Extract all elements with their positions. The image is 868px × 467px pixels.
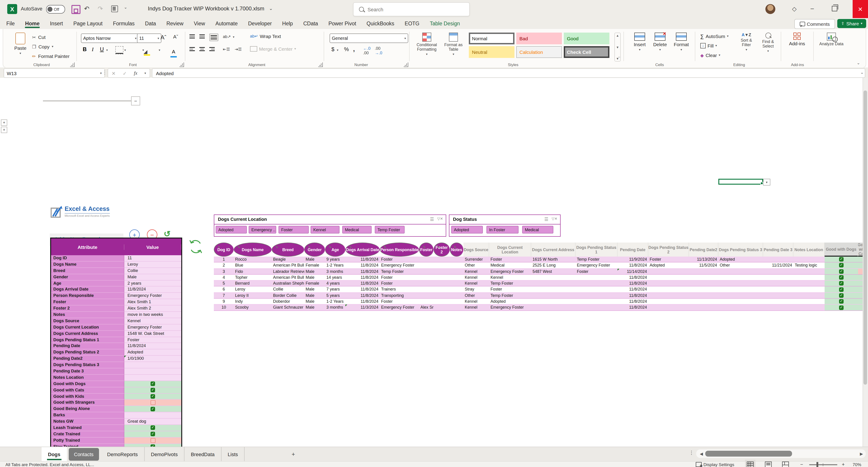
font-size-select[interactable]: 11▾: [137, 33, 161, 43]
checkbox-checked-icon[interactable]: ✓: [151, 394, 155, 399]
col-header-notes[interactable]: Notes: [450, 242, 463, 257]
cell[interactable]: [576, 275, 618, 281]
cell[interactable]: Emergency Foster: [380, 263, 419, 269]
col-header-age[interactable]: Age: [325, 242, 345, 257]
col-header-dogs-pending-status-2[interactable]: Dogs Pending Status 2: [648, 242, 689, 257]
wrap-text-button[interactable]: ab↵Wrap Text: [250, 33, 281, 39]
name-box[interactable]: W13▾: [4, 68, 105, 78]
col-header-foster-2[interactable]: Foster 2: [434, 242, 450, 257]
insert-cells-button[interactable]: Insert▾: [631, 33, 649, 52]
cell[interactable]: [794, 269, 825, 275]
cell[interactable]: 11/8/2024: [618, 275, 648, 281]
tab-page-layout[interactable]: Page Layout: [73, 21, 103, 26]
cell[interactable]: 1-2 Years: [325, 263, 345, 269]
cell[interactable]: ✓: [825, 287, 858, 293]
tab-cdata[interactable]: CData: [303, 21, 318, 26]
style-chip-neutral[interactable]: Neutral: [469, 46, 515, 58]
slicer-button-emergency-[interactable]: Emergency ...: [249, 226, 276, 233]
premium-gem-icon[interactable]: ◇: [792, 5, 797, 12]
cell[interactable]: [434, 281, 450, 287]
checkbox-checked-icon[interactable]: ✓: [839, 305, 844, 310]
cell[interactable]: Doberdor: [272, 299, 304, 305]
cell[interactable]: [419, 263, 434, 269]
attr-value[interactable]: [124, 412, 181, 419]
cell[interactable]: [419, 281, 434, 287]
cell[interactable]: Adopted: [718, 257, 763, 263]
cell[interactable]: Indy: [234, 299, 272, 305]
slicer-button-in-foster[interactable]: In Foster: [487, 226, 519, 233]
cell[interactable]: [858, 275, 863, 281]
cell[interactable]: Foster: [489, 257, 531, 263]
cell[interactable]: [450, 269, 463, 275]
cell[interactable]: 11/8/2024: [618, 281, 648, 287]
cell[interactable]: 3 months: [325, 305, 345, 311]
close-button[interactable]: ✕: [852, 0, 868, 18]
underline-button[interactable]: U: [100, 46, 104, 53]
namebox-splitter-icon[interactable]: ⋮: [102, 70, 107, 76]
clipboard-launcher-icon[interactable]: [70, 62, 74, 67]
cell[interactable]: 1: [214, 257, 234, 263]
align-middle-icon[interactable]: [199, 34, 205, 38]
cell[interactable]: 11/3/2024: [345, 305, 380, 311]
cell[interactable]: [434, 299, 450, 305]
number-launcher-icon[interactable]: [404, 62, 408, 67]
slicer-button-adopted[interactable]: Adopted: [451, 226, 483, 233]
font-color-icon[interactable]: A: [170, 49, 177, 56]
cell[interactable]: [794, 293, 825, 299]
undo-icon[interactable]: ↶: [84, 5, 89, 12]
attr-value[interactable]: 11: [124, 255, 181, 262]
cell[interactable]: Bernard: [234, 281, 272, 287]
cell[interactable]: [858, 281, 863, 287]
zoom-out-button[interactable]: −: [800, 462, 803, 467]
checkbox-checked-icon[interactable]: ✓: [839, 275, 844, 280]
cell[interactable]: [689, 281, 718, 287]
cell[interactable]: [450, 305, 463, 311]
cell[interactable]: Topher: [234, 275, 272, 281]
cell[interactable]: [531, 287, 576, 293]
cell[interactable]: Temp Foster: [576, 257, 618, 263]
cell[interactable]: [763, 257, 794, 263]
font-color-caret-icon[interactable]: ▾: [159, 49, 160, 52]
cell[interactable]: 11/14/2024: [618, 269, 648, 275]
cell[interactable]: Labrador Retriever: [272, 269, 304, 275]
attr-value[interactable]: [124, 438, 181, 444]
cell[interactable]: 1-2 Years: [325, 299, 345, 305]
cell[interactable]: Kennel: [489, 275, 531, 281]
number-format-select[interactable]: General▾: [330, 33, 408, 43]
cell[interactable]: American Pit Bull Te: [272, 275, 304, 281]
cell[interactable]: 11/13/2024: [689, 257, 718, 263]
cell[interactable]: 11/8/2024: [345, 287, 380, 293]
cell[interactable]: [763, 281, 794, 287]
cell[interactable]: [689, 275, 718, 281]
multiselect-icon[interactable]: ☰: [430, 217, 434, 222]
cell[interactable]: Emergency Foster: [380, 305, 419, 311]
tab-data[interactable]: Data: [145, 21, 157, 26]
cell[interactable]: American Pit Bull Te: [272, 263, 304, 269]
cell[interactable]: Emergency Foster: [489, 305, 531, 311]
cell[interactable]: 11/8/2024: [618, 263, 648, 269]
cell[interactable]: Male: [304, 293, 325, 299]
vertical-scrollbar-thumb[interactable]: [864, 90, 867, 385]
sheet-tab-contacts[interactable]: Contacts: [68, 448, 99, 461]
autosum-button[interactable]: ∑AutoSum▾: [700, 33, 728, 39]
tab-insert[interactable]: Insert: [50, 21, 64, 26]
cell[interactable]: Male: [304, 299, 325, 305]
cell[interactable]: [689, 269, 718, 275]
orientation-caret-icon[interactable]: ▾: [233, 35, 235, 39]
comments-button[interactable]: Comments: [794, 19, 835, 29]
cell[interactable]: [434, 293, 450, 299]
styles-gallery-scroll[interactable]: ▲▼▼̅: [614, 33, 621, 62]
cell[interactable]: [419, 293, 434, 299]
cell[interactable]: [763, 287, 794, 293]
bold-button[interactable]: B: [83, 46, 87, 53]
cell[interactable]: 6: [214, 287, 234, 293]
cell[interactable]: 5 years: [325, 293, 345, 299]
cell[interactable]: [689, 299, 718, 305]
cell[interactable]: Emergency Foster: [576, 263, 618, 269]
slicer-button-medical[interactable]: Medical: [522, 226, 553, 233]
attr-value[interactable]: ✓: [124, 425, 181, 431]
tabstrip-splitter-icon[interactable]: ⋮: [689, 450, 694, 456]
touch-mode-icon[interactable]: [111, 5, 118, 12]
paste-button[interactable]: Paste ▾: [10, 33, 30, 55]
font-name-select[interactable]: Aptos Narrow▾: [81, 33, 139, 43]
